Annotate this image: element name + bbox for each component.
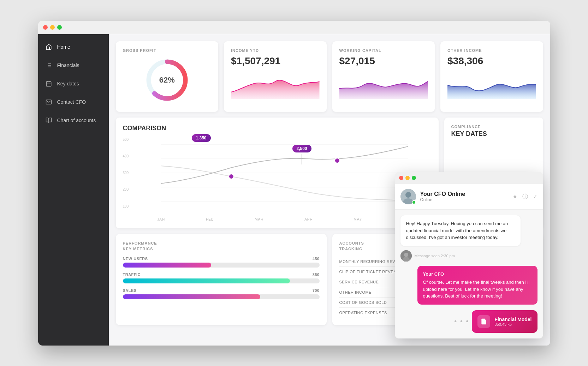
svg-point-23 bbox=[404, 253, 408, 257]
avatar-container bbox=[400, 189, 416, 204]
comparison-title: COMPARISON bbox=[123, 125, 432, 132]
donut-chart: 62% bbox=[123, 55, 212, 105]
kpi-label-income-ytd: INCOME YTD bbox=[231, 48, 320, 53]
online-dot bbox=[412, 200, 416, 204]
browser-titlebar bbox=[38, 21, 550, 34]
progress-fill-new-users bbox=[123, 263, 212, 268]
sidebar-label-home: Home bbox=[57, 44, 70, 50]
tooltip-1: 1,350 bbox=[192, 134, 211, 154]
kpi-card-gross-profit: GROSS PROFIT bbox=[116, 41, 219, 112]
minimize-button[interactable] bbox=[50, 25, 55, 30]
message-text-2: Of course. Let me make the final tweaks … bbox=[423, 280, 530, 299]
sidebar-item-financials[interactable]: Financials bbox=[38, 56, 109, 74]
file-attachment[interactable]: Financial Model 350.43 kb bbox=[472, 310, 537, 333]
accounts-label-2: SERVICE REVENUE bbox=[339, 280, 379, 284]
chat-close-button[interactable] bbox=[399, 176, 403, 180]
svg-rect-6 bbox=[46, 82, 51, 86]
x-axis-labels: JAN FEB MAR APR MAY JUN bbox=[137, 217, 432, 221]
accounts-label-4: COST OF GOODS SOLD bbox=[339, 300, 387, 305]
comparison-chart-svg bbox=[137, 138, 432, 208]
kpi-card-working-capital: WORKING CAPITAL $27,015 bbox=[332, 41, 435, 112]
chat-body: Hey! Happy Tuesday. Hoping you can send … bbox=[395, 210, 543, 338]
your-cfo-online-label: Your CFO Online bbox=[420, 191, 465, 197]
compliance-title: KEY DATES bbox=[451, 130, 536, 138]
message-seen-row: Message seen 2:30 pm bbox=[400, 250, 537, 262]
browser-content: Home Financials bbox=[38, 34, 550, 346]
chat-header: Your CFO Online Online ★ ⓘ ✓ bbox=[395, 184, 543, 210]
envelope-icon bbox=[45, 98, 52, 106]
kpi-value-working-capital: $27,015 bbox=[339, 55, 428, 67]
metric-label-traffic: TRAFFIC bbox=[123, 272, 141, 277]
typing-dots: • • • bbox=[454, 317, 469, 325]
tooltip-value-2: 2,500 bbox=[292, 145, 311, 152]
performance-section-label: PERFORMANCE bbox=[123, 241, 320, 245]
message-sent: Your CFO Of course. Let me make the fina… bbox=[417, 266, 537, 305]
notebook-icon bbox=[45, 117, 52, 124]
file-info: Financial Model 350.43 kb bbox=[494, 317, 531, 326]
check-icon[interactable]: ✓ bbox=[533, 193, 537, 200]
kpi-card-other-income: OTHER INCOME $38,306 bbox=[440, 41, 543, 112]
tooltip-value-1: 1,350 bbox=[192, 134, 211, 142]
compliance-section-label: COMPLIANCE bbox=[451, 125, 536, 129]
sidebar-item-chart-of-accounts[interactable]: Chart of accounts bbox=[38, 111, 109, 130]
star-icon[interactable]: ★ bbox=[512, 193, 517, 200]
maximize-button[interactable] bbox=[57, 25, 62, 30]
kpi-value-other-income: $38,306 bbox=[447, 55, 536, 67]
performance-key-metrics: KEY METRICS bbox=[123, 247, 320, 251]
svg-point-20 bbox=[405, 192, 411, 198]
kpi-label-other-income: OTHER INCOME bbox=[447, 48, 536, 53]
chat-minimize-button[interactable] bbox=[405, 176, 410, 180]
chat-window: Your CFO Online Online ★ ⓘ ✓ Hey! Happy … bbox=[395, 172, 543, 338]
metric-traffic: TRAFFIC 850 bbox=[123, 272, 320, 283]
accounts-label-3: OTHER INCOME bbox=[339, 290, 372, 294]
sidebar-label-contact-cfo: Contact CFO bbox=[57, 99, 86, 105]
sidebar-label-chart-of-accounts: Chart of accounts bbox=[57, 118, 96, 123]
close-button[interactable] bbox=[43, 25, 48, 30]
comparison-card: COMPARISON 500 400 300 200 100 bbox=[116, 118, 439, 228]
sidebar-item-home[interactable]: Home bbox=[38, 38, 109, 56]
metric-value-new-users: 450 bbox=[313, 257, 320, 261]
sidebar-item-key-dates[interactable]: Key dates bbox=[38, 74, 109, 93]
file-icon bbox=[477, 315, 490, 328]
kpi-value-income-ytd: $1,507,291 bbox=[231, 55, 320, 67]
list-icon bbox=[45, 62, 52, 69]
calendar-icon bbox=[45, 80, 52, 87]
sidebar: Home Financials bbox=[38, 34, 109, 346]
accounts-label-1: CLIP OF THE TICKET REVENUE bbox=[339, 270, 402, 274]
message-seen-text: Message seen 2:30 pm bbox=[415, 254, 455, 258]
chat-user-info: Your CFO Online Online bbox=[420, 191, 508, 202]
sent-messages: Your CFO Of course. Let me make the fina… bbox=[400, 266, 537, 305]
progress-fill-sales bbox=[123, 294, 261, 299]
sidebar-item-contact-cfo[interactable]: Contact CFO bbox=[38, 93, 109, 111]
donut-value: 62% bbox=[159, 76, 175, 85]
chat-titlebar bbox=[395, 172, 543, 184]
cfo-sender-label: Your CFO bbox=[423, 271, 532, 278]
comparison-chart-area: 500 400 300 200 100 1,350 bbox=[123, 138, 432, 215]
svg-point-18 bbox=[335, 158, 340, 163]
chat-maximize-button[interactable] bbox=[412, 176, 416, 180]
message-received: Hey! Happy Tuesday. Hoping you can send … bbox=[400, 215, 521, 246]
progress-track-traffic bbox=[123, 278, 320, 283]
tooltip-2: 2,500 bbox=[292, 145, 311, 164]
progress-track-new-users bbox=[123, 263, 320, 268]
metric-value-traffic: 850 bbox=[313, 272, 320, 277]
message-text-1: Hey! Happy Tuesday. Hoping you can send … bbox=[406, 221, 508, 240]
accounts-label-5: OPERATING EXPENSES bbox=[339, 311, 387, 315]
progress-fill-traffic bbox=[123, 278, 290, 283]
kpi-label-gross-profit: GROSS PROFIT bbox=[123, 48, 212, 53]
chat-header-icons: ★ ⓘ ✓ bbox=[512, 193, 537, 200]
sidebar-label-key-dates: Key dates bbox=[57, 81, 79, 86]
file-row: • • • Financial Model 350.43 kb bbox=[400, 310, 537, 333]
progress-track-sales bbox=[123, 294, 320, 299]
info-icon[interactable]: ⓘ bbox=[522, 193, 528, 200]
kpi-card-income-ytd: INCOME YTD $1,507,291 bbox=[224, 41, 327, 112]
chat-username: Your CFO Online bbox=[420, 191, 508, 197]
home-icon bbox=[45, 43, 52, 50]
y-axis-labels: 500 400 300 200 100 bbox=[123, 138, 136, 215]
metric-label-new-users: NEW USERS bbox=[123, 257, 148, 261]
kpi-row: GROSS PROFIT bbox=[116, 41, 543, 112]
kpi-label-working-capital: WORKING CAPITAL bbox=[339, 48, 428, 53]
file-size: 350.43 kb bbox=[494, 322, 531, 326]
svg-point-17 bbox=[229, 174, 234, 179]
metric-value-sales: 700 bbox=[313, 288, 320, 293]
